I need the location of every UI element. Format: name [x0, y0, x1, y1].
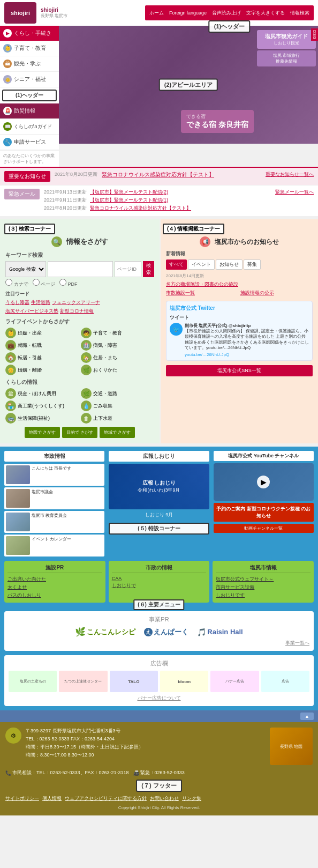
emergency-link-2[interactable]: 緊急コロナウイルス感染症対応方針【テスト】 — [90, 205, 191, 212]
kurashi-4[interactable]: 🚌 生活保障(福祉) — [5, 413, 79, 424]
kurashi-0[interactable]: 🏛 税金・ほけん費用 — [5, 388, 79, 399]
ad-partner-link[interactable]: バナー広告について — [138, 695, 181, 701]
info-link-main[interactable]: 名方の商場施設・図書の公の施設 — [166, 281, 313, 288]
life-event-0[interactable]: 👶 妊娠・出産 — [5, 328, 79, 338]
purpose-search-btn[interactable]: 目的で さがす — [62, 427, 97, 438]
info-link-2[interactable]: 施設情報の公示 — [240, 290, 313, 296]
city-item-event[interactable]: イベント カレンダー — [4, 535, 104, 557]
city-item-mayor[interactable]: こんにちは 市長です — [4, 464, 104, 486]
search-input[interactable] — [48, 261, 113, 277]
pageid-input[interactable] — [115, 261, 141, 277]
sidebar-item-kurashi[interactable]: ▶ くらし・手続き — [0, 26, 59, 41]
ad-item-1[interactable]: たつの上達体センター — [59, 671, 107, 692]
kurashi-1[interactable]: 🌿 交通・道路 — [81, 388, 155, 399]
emergency-link-1[interactable]: 【塩尻市】緊急メールテスト配信(1) — [90, 197, 168, 204]
info-link-1[interactable]: 市数施設一覧 — [166, 290, 239, 296]
life-event-4[interactable]: 🏠 転居・引越 — [5, 352, 79, 363]
ad-item-0[interactable]: 塩尻の土産もの — [9, 671, 57, 692]
footer-link-3[interactable]: お問い合わせ — [150, 795, 179, 802]
life-event-7[interactable]: 🌿 おくりかた — [81, 365, 155, 375]
kurashi-5[interactable]: 🗑 上下水道 — [81, 413, 155, 424]
kurashi-2[interactable]: 🏪 商工業(うつくしくす) — [5, 400, 79, 411]
footer-link-2[interactable]: ウェブアクセシビリティに関する方針 — [65, 795, 147, 802]
search-button[interactable]: 検索 — [143, 261, 154, 277]
footer-link-4[interactable]: リンク集 — [182, 795, 201, 802]
tab-oshirase[interactable]: お知らせ — [216, 259, 243, 270]
sidebar-item-kosodate[interactable]: 👶 子育て・教育 — [0, 41, 59, 56]
life-event-2[interactable]: 💼 就職・転職 — [5, 340, 79, 351]
search-engine-select[interactable]: Google 検索 サイト内 — [5, 261, 46, 277]
city-item-gikai[interactable]: 塩尻市議会 — [4, 487, 104, 509]
sidebar-item-guide[interactable]: 📖 くらしの\nガイド — [0, 119, 59, 135]
logo-konkon[interactable]: 🌿 こんこんレシピ — [75, 627, 135, 637]
life-event-6[interactable]: 👴 婚姻・離婚 — [5, 365, 79, 375]
notice-link-1[interactable]: 緊急コロナウイルス感染症対応方針【テスト】 — [102, 171, 261, 179]
life-event-3[interactable]: 🏥 病気・障害 — [81, 340, 155, 351]
menu-item-2-0[interactable]: 塩尻市公式ウェブサイト～ — [216, 575, 311, 583]
special-annotation: (５) 特設コーナー — [109, 523, 209, 535]
footer-info-1: TEL：0263-52-0333 FAX：0263-54-4204 — [26, 736, 266, 743]
word-1[interactable]: 生活道路 — [31, 299, 50, 306]
menu-item-2-1[interactable]: 市内サービス設備 — [216, 583, 311, 591]
sidebar-item-bosai[interactable]: 🚨 防災情報 — [0, 103, 59, 119]
notice-all-link[interactable]: 重要なお知らせ一覧へ — [266, 171, 314, 178]
map-search-btn[interactable]: 地図で さがす — [25, 427, 60, 438]
word-3[interactable]: 塩尻サイバービジネス塾 — [5, 308, 58, 315]
word-4[interactable]: 新型コロナ情報 — [60, 308, 94, 315]
footer-contact-row: 📞 市民相談：TEL：0263-52-0333、FAX：0263-21-3118… — [5, 769, 313, 776]
sns-all-button[interactable]: 塩尻市公式SNS一覧 — [166, 365, 313, 376]
tab-event[interactable]: イベント — [188, 259, 215, 270]
menu-item-0-2[interactable]: バスのしおしり — [7, 591, 102, 599]
ad-item-4[interactable]: バナー広告 — [210, 671, 259, 692]
emergency-section: 緊急メール 2021年9月13日更新 【塩尻市】緊急メールテスト配信(2) 20… — [0, 185, 318, 216]
emergency-item-0: 2021年9月13日更新 【塩尻市】緊急メールテスト配信(2) — [44, 189, 271, 196]
sidebar-item-service[interactable]: 🔧 申請サービス — [0, 135, 59, 150]
side-tab[interactable]: DSG — [311, 28, 318, 41]
footer-link-1[interactable]: 個人情報 — [42, 795, 62, 802]
sidebar-kosodate-label: 子育て・教育 — [14, 44, 46, 52]
ad-item-2[interactable]: TALO — [110, 671, 158, 692]
logo-enpaku[interactable]: え えんぱーく — [144, 627, 188, 637]
life-event-5[interactable]: 🏡 住居・まち — [81, 352, 155, 363]
menu-item-2-2[interactable]: しおじりです — [216, 591, 311, 599]
nav-audio[interactable]: 音声読み上げ — [212, 10, 241, 17]
ad-item-5[interactable]: 広告 — [261, 671, 309, 692]
scroll-top-btn[interactable]: ▲ — [300, 713, 314, 720]
word-2[interactable]: フェニックスアリーナ — [52, 299, 100, 306]
jisha-more-link[interactable]: 事業一覧へ — [285, 640, 309, 646]
life-event-1[interactable]: 🧒 子育て・教育 — [81, 328, 155, 338]
youtube-thumb-inner: ▶ — [214, 463, 314, 501]
youtube-channel-btn[interactable]: 動画チャンネル一覧 — [214, 524, 314, 533]
youtube-thumb[interactable]: ▶ — [214, 463, 314, 501]
tab-boshu[interactable]: 募集 — [244, 259, 261, 270]
nav-home[interactable]: ホーム — [149, 10, 164, 17]
koho-sub: しおじり 9月 — [109, 511, 209, 518]
jisha-section: 事業PR 🌿 こんこんレシピ え えんぱーく 🎵 Raisin Hall 事業一… — [0, 607, 318, 655]
koho-image[interactable]: 広報 しおじり 令和(れいわ)3年9月 — [109, 464, 209, 509]
menu-item-1-0[interactable]: CAA — [112, 575, 207, 582]
search-annotation: (３) 検索コーナー — [4, 224, 55, 234]
word-0[interactable]: うるし漆器 — [5, 299, 29, 306]
city-item-kyoiku[interactable]: 塩尻市 教育委員会 — [4, 511, 104, 533]
nav-font[interactable]: 文字を大きくする — [246, 10, 285, 17]
special-section: 市政情報 こんにちは 市長です 塩尻市議会 塩尻市 教育委員会 イベント カレン… — [0, 447, 318, 561]
emergency-all-link[interactable]: 緊急メール一覧へ — [275, 189, 314, 196]
info-annotation: (４) 情報掲載コーナー — [163, 224, 224, 234]
emergency-link-0[interactable]: 【塩尻市】緊急メールテスト配信(2) — [90, 189, 168, 196]
logo-raisin[interactable]: 🎵 Raisin Hall — [197, 628, 243, 636]
kurashi-3[interactable]: 💧 ごみ収集 — [81, 400, 155, 411]
nav-foreign[interactable]: Foreign language — [169, 10, 207, 16]
area-search-btn[interactable]: 地域で さがす — [100, 427, 135, 438]
life-events-label: ライフイベントからさがす — [5, 318, 154, 325]
ad-item-3[interactable]: bloom — [160, 671, 208, 692]
sidebar-item-senior[interactable]: 👵 シニア・福祉 — [0, 72, 59, 87]
menu-item-0-1[interactable]: 太くよせ — [7, 583, 102, 591]
nav-search[interactable]: 情報検索 — [290, 10, 309, 17]
menu-item-1-1[interactable]: しおじりで — [112, 582, 207, 590]
site-logo[interactable]: shiojiri — [4, 2, 36, 24]
footer-link-0[interactable]: サイトポリシー — [5, 795, 39, 802]
menu-item-0-0[interactable]: ご出席いた向けた — [7, 575, 102, 583]
ad-partner-row: バナー広告について — [9, 694, 309, 702]
sidebar-item-kankou[interactable]: 🏔 観光・学ぶ — [0, 56, 59, 72]
tab-all[interactable]: すべて — [166, 259, 187, 270]
